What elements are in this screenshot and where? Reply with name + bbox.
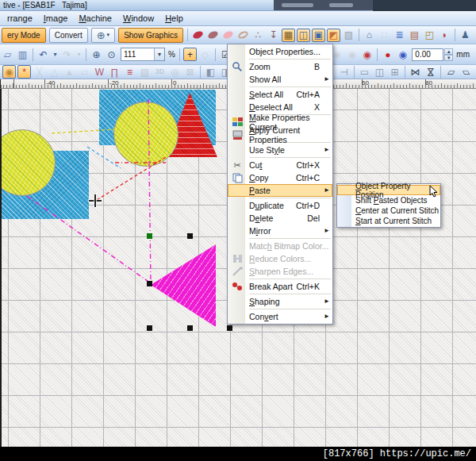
- grid-icon[interactable]: ▦: [282, 29, 295, 42]
- selection-handle[interactable]: [147, 325, 152, 331]
- menu-item-mirror[interactable]: Mirror►: [228, 225, 332, 237]
- menu-item-duplicate[interactable]: DuplicateCtrl+D: [228, 199, 332, 212]
- applique-icon[interactable]: [221, 29, 235, 42]
- undo-icon[interactable]: ↶: [36, 48, 50, 61]
- menu-item-cut[interactable]: ✂CutCtrl+X: [228, 159, 332, 171]
- run-stitch-icon[interactable]: ∴: [251, 29, 265, 42]
- dashed-box-icon[interactable]: ▭: [358, 65, 371, 79]
- align-right-icon[interactable]: ⊣: [337, 65, 351, 79]
- three-d-icon[interactable]: 3D: [153, 65, 167, 79]
- outline-stitch-icon[interactable]: [236, 29, 250, 42]
- yellow-circle-top[interactable]: [113, 102, 178, 167]
- selection-handle[interactable]: [227, 325, 232, 331]
- zoom-tool-icon[interactable]: ⊙: [105, 48, 118, 61]
- satin-stitch-icon[interactable]: [191, 29, 205, 42]
- chevron-down-icon[interactable]: ▾: [154, 48, 164, 60]
- selection-handle[interactable]: [187, 325, 193, 331]
- menu-item-sharpen-edges[interactable]: Sharpen Edges...: [228, 265, 332, 278]
- group-icon[interactable]: ◧: [204, 65, 217, 79]
- zoom-in-icon[interactable]: ⊕: [90, 48, 103, 61]
- menubar-item-machine[interactable]: Machine: [73, 13, 117, 24]
- menubar-item-help[interactable]: Help: [159, 13, 189, 24]
- texture-icon[interactable]: ▨: [138, 65, 152, 79]
- copy-tool-icon[interactable]: ▱: [1, 48, 14, 61]
- undo-dropdown-icon[interactable]: ▾: [52, 48, 59, 61]
- convert-button[interactable]: Convert: [49, 28, 88, 43]
- machine-connect-icon[interactable]: ⌂: [363, 29, 376, 42]
- node-tool-gray-2-icon[interactable]: ◉: [345, 48, 359, 61]
- show-graphics-button[interactable]: Show Graphics: [118, 28, 183, 43]
- menu-item-convert[interactable]: Convert►: [228, 310, 332, 323]
- node-tool-red-icon[interactable]: ◉: [360, 48, 374, 61]
- skew-left-icon[interactable]: ▱: [444, 65, 458, 79]
- triangle-filled-icon[interactable]: ▲: [63, 65, 76, 79]
- menubar-item-window[interactable]: Window: [117, 13, 159, 24]
- redo-dropdown-icon[interactable]: ▾: [75, 48, 83, 61]
- dim-bitmap-icon[interactable]: ▨: [342, 29, 355, 42]
- triangle-outline-icon[interactable]: △: [48, 65, 61, 79]
- magenta-triangle[interactable]: [151, 244, 216, 327]
- menu-item-copy[interactable]: CopyCtrl+C: [228, 171, 332, 184]
- menu-item-break-apart[interactable]: Break ApartCtrl+K: [228, 280, 332, 293]
- spinner-down-icon[interactable]: ▼: [444, 55, 453, 61]
- hoop-view-icon[interactable]: ◎: [168, 65, 182, 79]
- mirror-vertical-icon[interactable]: ⋈: [424, 65, 437, 79]
- menubar-item-rrange[interactable]: rrange: [2, 13, 38, 24]
- menu-item-select-all[interactable]: Select AllCtrl+A: [228, 88, 332, 101]
- submenu-item-object-property-position[interactable]: Object Property Position: [337, 185, 440, 195]
- operator-icon[interactable]: ♟: [459, 29, 472, 42]
- menu-item-reduce-colors[interactable]: Reduce Colors...: [228, 252, 332, 265]
- design-folder-icon[interactable]: ◰: [423, 29, 436, 42]
- note-icon[interactable]: ◗: [438, 29, 451, 42]
- menu-item-match-bitmap-color[interactable]: Match Bitmap Color...: [228, 240, 332, 252]
- hoop-globe-dropdown[interactable]: ⊕▾: [91, 28, 115, 43]
- paste-tool-icon[interactable]: ▥: [16, 48, 29, 61]
- menu-item-delete[interactable]: DeleteDel: [228, 212, 332, 225]
- point-red-icon[interactable]: ●: [381, 48, 394, 61]
- color-sequence-icon[interactable]: ≣: [393, 29, 406, 42]
- spinner-up-icon[interactable]: ▲: [444, 48, 453, 55]
- selection-handle[interactable]: [147, 281, 152, 286]
- skew-tool-icon[interactable]: ▱: [78, 65, 91, 79]
- show-shapes-icon[interactable]: ◩: [327, 29, 340, 42]
- redo-icon[interactable]: ↷: [60, 48, 74, 61]
- grid-four-icon[interactable]: ⊞: [388, 65, 401, 79]
- trim-icon[interactable]: ⊠: [183, 65, 197, 79]
- selection-handle[interactable]: [187, 233, 193, 239]
- mirror-horizontal-icon[interactable]: ⋈: [409, 65, 422, 79]
- selection-handle[interactable]: [147, 233, 152, 239]
- show-bitmap-icon[interactable]: ▣: [312, 29, 325, 42]
- reshape-icon[interactable]: ◇: [198, 48, 212, 61]
- palette-icon[interactable]: ◉: [2, 65, 16, 79]
- zigzag-stitch-icon[interactable]: W: [93, 65, 106, 79]
- press-output-icon[interactable]: ▤: [408, 29, 421, 42]
- tatami-stitch-icon[interactable]: [206, 29, 220, 42]
- toolbar-separator: [359, 29, 359, 41]
- menu-item-show-all[interactable]: Show All►: [228, 73, 332, 86]
- stitch-grid-icon[interactable]: ∷: [378, 29, 391, 42]
- density-icon[interactable]: ≡: [123, 65, 136, 79]
- menubar-item-image[interactable]: Image: [38, 13, 74, 24]
- grid-panel-icon[interactable]: ◫: [297, 29, 310, 42]
- cancel-icon[interactable]: ╳: [33, 65, 46, 79]
- skew-right-icon[interactable]: ▱: [459, 65, 473, 79]
- menu-item-zoom[interactable]: ZoomB: [228, 60, 332, 73]
- menu-item-use-style[interactable]: Use Style►: [228, 144, 332, 156]
- menu-item-object-properties[interactable]: Object Properties...: [228, 45, 332, 58]
- submenu-item-start-at-current-stitch[interactable]: Start at Current Stitch: [337, 216, 440, 226]
- point-blue-icon[interactable]: ◉: [396, 48, 409, 61]
- menu-item-paste[interactable]: Paste►: [228, 184, 332, 197]
- menu-item-shaping[interactable]: Shaping►: [228, 295, 332, 308]
- embroidery-mode-button[interactable]: ery Mode: [2, 28, 46, 43]
- zoom-level-combo[interactable]: 111▾: [121, 48, 165, 61]
- offset-spinner[interactable]: 0.00▲▼: [412, 48, 453, 61]
- submenu-item-shift-pasted-objects[interactable]: Shift Pasted Objects: [337, 195, 440, 206]
- brackets-icon[interactable]: ◫: [373, 65, 386, 79]
- select-points-icon[interactable]: +: [183, 48, 197, 61]
- menu-item-apply-current-properties[interactable]: Apply Current Properties: [228, 129, 332, 141]
- needle-icon[interactable]: ↧: [267, 29, 280, 42]
- menu-item-deselect-all[interactable]: Deselect AllX: [228, 101, 332, 113]
- submenu-item-center-at-current-stitch[interactable]: Center at Current Stitch: [337, 206, 440, 216]
- stitch-profile-icon[interactable]: ∏: [108, 65, 121, 79]
- effects-icon[interactable]: *: [17, 65, 31, 79]
